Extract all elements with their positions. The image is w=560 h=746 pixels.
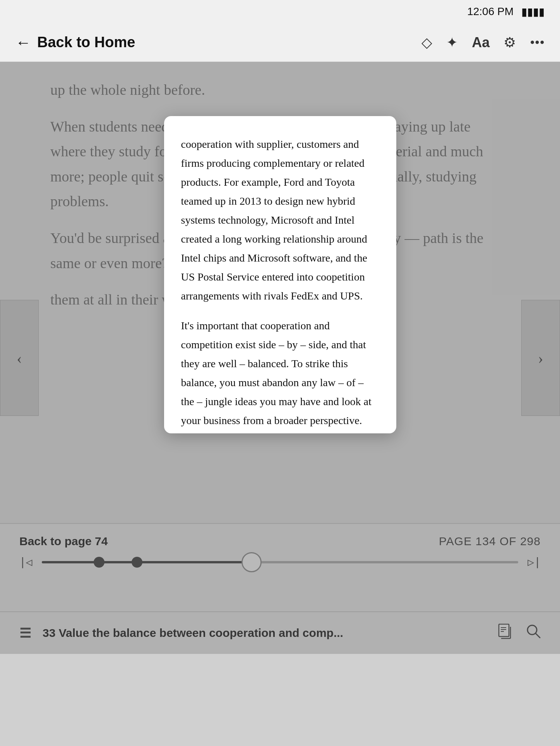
settings-icon[interactable]: ⚙ (503, 34, 516, 51)
bookmark-icon[interactable]: ◇ (421, 34, 432, 51)
nav-right: ◇ ✦ Aa ⚙ ••• (421, 34, 545, 51)
modal-para-2: It's important that cooperation and comp… (181, 316, 379, 433)
reader-area: up the whole night before. When students… (0, 62, 560, 654)
modal-text: cooperation with supplier, customers and… (181, 135, 379, 433)
brightness-icon[interactable]: ✦ (446, 34, 458, 51)
battery-icon: ▮▮▮▮ (521, 5, 545, 18)
modal-para-1: cooperation with supplier, customers and… (181, 135, 379, 305)
status-bar: 12:06 PM ▮▮▮▮ (0, 0, 560, 23)
font-size-icon[interactable]: Aa (472, 34, 490, 51)
nav-bar: ← Back to Home ◇ ✦ Aa ⚙ ••• (0, 23, 560, 62)
nav-left: ← Back to Home (15, 33, 421, 51)
more-icon[interactable]: ••• (530, 34, 545, 51)
back-arrow-icon[interactable]: ← (15, 33, 31, 51)
nav-title[interactable]: Back to Home (37, 34, 135, 51)
modal-overlay[interactable]: cooperation with supplier, customers and… (0, 62, 560, 654)
status-time: 12:06 PM (467, 5, 514, 18)
modal-card: cooperation with supplier, customers and… (164, 116, 396, 433)
